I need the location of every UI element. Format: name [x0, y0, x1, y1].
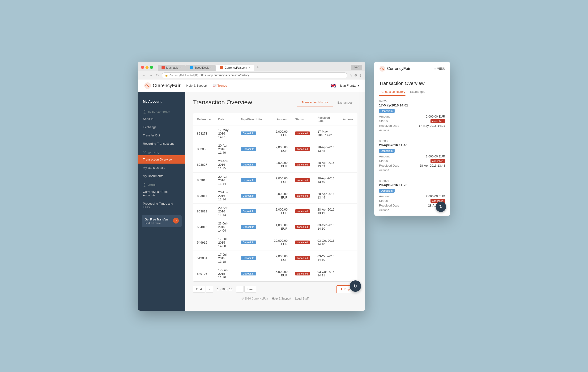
sidebar-item-transaction-overview[interactable]: Transaction Overview	[138, 155, 185, 164]
cell-received: 03-Oct-2015 14:11	[314, 266, 339, 281]
sidebar-promo[interactable]: → Get Free Transfers Find out more	[142, 215, 182, 227]
sidebar-item-recurring[interactable]: Recurring Transactions	[138, 140, 185, 148]
user-corner-badge: Ivan	[351, 65, 362, 70]
tab-transaction-history[interactable]: Transaction History	[297, 99, 333, 106]
minimize-button[interactable]	[146, 66, 148, 69]
tab-mashable-label: Mashable	[166, 66, 178, 69]
received-date-label: Received Date	[379, 164, 399, 167]
fab-button[interactable]: ↻	[350, 280, 361, 292]
cell-actions	[339, 250, 357, 266]
sidebar-item-processing-times[interactable]: Processing Times and Fees	[138, 199, 185, 211]
table-row: 549706 17-Jul-2015 11:26 Deposit In 5,90…	[193, 266, 357, 281]
cell-type: Deposit In	[237, 204, 267, 219]
prev-page-button[interactable]: ‹	[206, 286, 213, 293]
help-support-link[interactable]: Help & Support	[186, 84, 207, 87]
forward-button[interactable]: →	[148, 73, 153, 78]
cell-date: 20-Apr-2016 11:14	[214, 204, 237, 219]
main-content: Transaction Overview Transaction History…	[185, 92, 365, 311]
address-bar[interactable]: 🔒 CurrencyFair Limited [IE] https://app.…	[162, 72, 347, 78]
maximize-button[interactable]	[150, 66, 153, 69]
table-row: 549831 17-Jul-2015 13:18 Deposit In 2,00…	[193, 250, 357, 266]
cell-amount: 2,000.00 EUR	[267, 204, 291, 219]
documents-label: My Documents	[143, 174, 163, 178]
cell-received: 17-May-2016 14:01	[314, 125, 339, 141]
tab-currencyfair[interactable]: CurrencyFair.com ✕	[216, 65, 254, 71]
sidebar-account: My Account	[138, 96, 185, 107]
new-tab-button[interactable]: +	[254, 64, 261, 71]
col-status: Status	[291, 113, 314, 126]
back-button[interactable]: ←	[141, 73, 146, 78]
sidebar-item-bank-accounts[interactable]: CurrencyFair Bank Accounts	[138, 188, 185, 199]
cell-status: cancelled	[291, 219, 314, 235]
menu-label: MENU	[437, 67, 445, 70]
browser-chrome: Mashable ✕ TweetDeck ✕ CurrencyFair.com …	[138, 62, 365, 80]
browser-action-icons: ⚙ ⋮	[354, 73, 362, 77]
amount-value: 2,000.00 EUR	[426, 195, 445, 198]
tab-tweetdeck-close[interactable]: ✕	[210, 66, 212, 69]
user-menu[interactable]: Ivan Frantar ▾	[340, 84, 359, 87]
cell-type: Deposit In	[237, 235, 267, 250]
cell-actions	[339, 235, 357, 250]
trends-icon: 📈	[213, 84, 217, 87]
amount-value: 2,000.00 EUR	[426, 155, 445, 158]
logo-text: CurrencyFair	[153, 83, 181, 88]
tab-currencyfair-close[interactable]: ✕	[248, 66, 250, 69]
cell-received: 28-Apr-2016 13:49	[314, 188, 339, 204]
mobile-tx-date: 20-Apr-2016 11:25	[379, 183, 445, 187]
cell-status: cancelled	[291, 141, 314, 157]
transfer-out-label: Transfer Out	[143, 134, 160, 137]
bookmark-icon[interactable]: ☆	[349, 73, 352, 77]
mobile-transactions-list: 828273 17-May-2016 14:01 Deposit In Amou…	[374, 96, 450, 216]
mobile-status-badge: cancelled	[430, 159, 445, 163]
sidebar-item-documents[interactable]: My Documents	[138, 172, 185, 180]
first-page-button[interactable]: First	[193, 286, 205, 293]
bank-accounts-label: CurrencyFair Bank Accounts	[143, 190, 168, 197]
status-badge: cancelled	[295, 147, 310, 151]
tab-mashable-close[interactable]: ✕	[180, 66, 182, 69]
sidebar-item-exchange[interactable]: Exchange	[138, 123, 185, 131]
next-page-button[interactable]: ›	[236, 286, 243, 293]
logo-first: Currency	[153, 83, 172, 88]
trends-link[interactable]: 📈 Trends	[213, 84, 227, 87]
cell-ref: 803814	[193, 188, 214, 204]
cell-type: Deposit In	[237, 250, 267, 266]
mobile-logo-icon	[379, 65, 386, 72]
transactions-table-container: Reference Date Type/Description Amount S…	[193, 113, 357, 282]
mobile-tx-amount-row: Amount 2,000.00 EUR	[379, 114, 445, 119]
page-info: 1 - 10 of 15	[214, 286, 235, 292]
cell-actions	[339, 266, 357, 281]
page-title: Transaction Overview	[193, 99, 252, 106]
cell-amount: 2,000.00 EUR	[267, 250, 291, 266]
sidebar-item-send-in[interactable]: Send In	[138, 115, 185, 123]
mobile-tab-transaction-history[interactable]: Transaction History	[379, 88, 405, 96]
hamburger-icon: ≡	[434, 67, 436, 70]
extension-icon-2[interactable]: ⋮	[359, 73, 362, 77]
refresh-button[interactable]: ↻	[155, 73, 160, 78]
last-page-button[interactable]: Last	[244, 286, 256, 293]
flag-icon[interactable]: 🇬🇧	[331, 83, 336, 88]
sidebar-item-transfer-out[interactable]: Transfer Out	[138, 131, 185, 140]
sidebar-item-bank-details[interactable]: My Bank Details	[138, 164, 185, 172]
cell-status: cancelled	[291, 157, 314, 172]
cell-ref: 803827	[193, 157, 214, 172]
my-info-dot: ○	[143, 151, 146, 154]
close-button[interactable]	[141, 66, 144, 69]
col-actions: Actions	[339, 113, 357, 126]
tab-mashable[interactable]: Mashable ✕	[158, 65, 186, 71]
col-reference: Reference	[193, 113, 214, 126]
mobile-tx-date: 17-May-2016 14:01	[379, 103, 445, 107]
footer-legal-link[interactable]: Legal Stuff	[295, 297, 309, 300]
mobile-tab-exchanges[interactable]: Exchanges	[410, 88, 425, 96]
cell-received: 03-Oct-2015 14:10	[314, 219, 339, 235]
mobile-menu-button[interactable]: ≡ MENU	[434, 67, 445, 70]
sidebar-section-transactions: ○ TRANSACTIONS	[138, 107, 185, 115]
chevron-down-icon: ▾	[357, 84, 359, 87]
tab-exchanges[interactable]: Exchanges	[333, 99, 357, 106]
extension-icon-1[interactable]: ⚙	[354, 73, 357, 77]
tab-tweetdeck[interactable]: TweetDeck ✕	[186, 65, 216, 71]
mobile-fab-button[interactable]: ↻	[436, 202, 446, 212]
mobile-logo-second: Fair	[403, 66, 411, 71]
cell-date: 20-Apr-2016 11:40	[214, 141, 237, 157]
footer-help-link[interactable]: Help & Support	[272, 297, 291, 300]
cell-actions	[339, 125, 357, 141]
